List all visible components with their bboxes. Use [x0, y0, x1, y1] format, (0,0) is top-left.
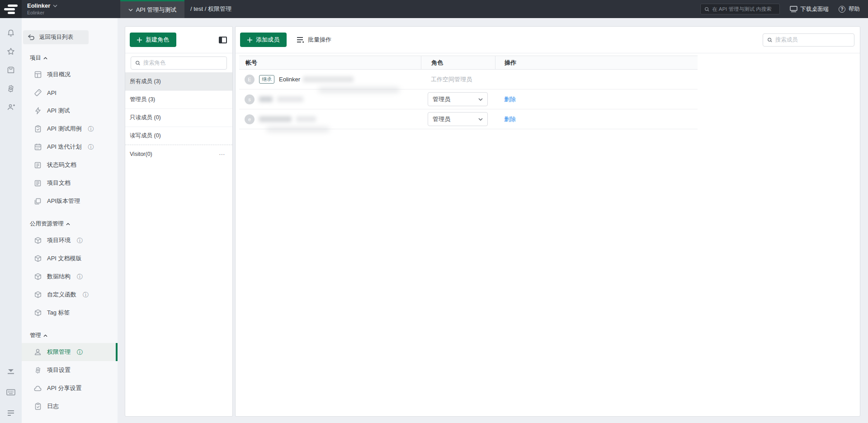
- sidebar-item-label: 数据结构: [47, 273, 71, 281]
- sidebar-item-api-test-case[interactable]: API 测试用例 ⓘ: [22, 120, 118, 138]
- document-icon: [34, 161, 42, 169]
- member-search-input[interactable]: [775, 37, 850, 43]
- sidebar-item-label: Tag 标签: [47, 309, 70, 317]
- sidebar-item-label: API 文档模版: [47, 254, 82, 263]
- redacted-text: [259, 116, 292, 122]
- sidebar-item-label: 项目文档: [47, 179, 71, 187]
- section-shared-resources[interactable]: 公用资源管理: [30, 220, 118, 228]
- section-management[interactable]: 管理: [30, 332, 118, 339]
- global-search[interactable]: [700, 4, 780, 14]
- topbar: Eolinker Eolinker API 管理与测试 / test / 权限管…: [0, 0, 868, 18]
- role-item-label: Visitor(0): [130, 151, 152, 157]
- chevron-down-icon: [478, 98, 483, 101]
- sidebar-item-label: 权限管理: [47, 348, 71, 356]
- new-role-button[interactable]: 新建角色: [130, 33, 176, 47]
- info-icon: ⓘ: [88, 144, 94, 150]
- plus-icon: [137, 38, 142, 42]
- workspace-switcher[interactable]: Eolinker Eolinker: [22, 0, 120, 18]
- delete-member-link[interactable]: 删除: [504, 96, 516, 103]
- sidebar-item-project-overview[interactable]: 项目概况: [22, 66, 118, 84]
- add-member-button[interactable]: 添加成员: [240, 33, 287, 47]
- menu-lines-icon[interactable]: [5, 408, 16, 418]
- chevron-up-icon: [43, 57, 47, 60]
- role-item-label: 所有成员 (3): [130, 78, 161, 85]
- info-icon: ⓘ: [77, 349, 83, 355]
- settings-gear-icon[interactable]: [5, 83, 16, 94]
- role-item-readonly[interactable]: 只读成员 (0): [125, 109, 232, 127]
- sidebar-item-api[interactable]: API: [22, 84, 118, 102]
- member-search-box[interactable]: [763, 33, 854, 47]
- sidebar-item-label: API 分享设置: [47, 384, 82, 392]
- gear-icon: [34, 367, 42, 374]
- eolinker-logo[interactable]: [0, 0, 22, 18]
- member-name: Eolinker: [279, 76, 300, 83]
- sidebar-item-permission-management[interactable]: 权限管理 ⓘ: [22, 343, 118, 361]
- back-to-project-list[interactable]: 返回项目列表: [23, 30, 89, 44]
- sidebar-item-api-share-settings[interactable]: API 分享设置: [22, 379, 118, 397]
- search-icon: [135, 60, 141, 66]
- collapse-panel-icon[interactable]: [219, 37, 227, 43]
- versions-copy-icon: [34, 197, 42, 205]
- search-icon: [704, 6, 710, 12]
- role-item-admin[interactable]: 管理员 (3): [125, 91, 232, 109]
- role-search-box[interactable]: [131, 56, 227, 70]
- column-account: 帐号: [239, 59, 421, 67]
- sidebar-item-label: 状态码文档: [47, 161, 76, 169]
- batch-operations-button[interactable]: 批量操作: [297, 36, 331, 44]
- chevron-up-icon: [66, 223, 70, 226]
- breadcrumb: / test / 权限管理: [184, 0, 231, 18]
- sidebar-item-label: 自定义函数: [47, 291, 76, 299]
- column-role: 角色: [421, 56, 495, 69]
- section-project[interactable]: 项目: [30, 54, 118, 62]
- sidebar-item-logs[interactable]: 日志: [22, 397, 118, 415]
- more-options-icon[interactable]: ⋯: [219, 150, 226, 158]
- clipboard-check-icon: [34, 125, 42, 133]
- download-desktop-button[interactable]: 下载桌面端: [790, 5, 829, 13]
- sidebar-item-api-version[interactable]: API版本管理: [22, 192, 118, 210]
- add-member-label: 添加成员: [256, 36, 279, 44]
- delete-member-link[interactable]: 删除: [504, 116, 516, 122]
- sidebar-item-label: API版本管理: [47, 197, 80, 205]
- keyboard-shortcuts-icon[interactable]: [5, 387, 16, 398]
- sidebar-item-label: API 迭代计划: [47, 143, 82, 151]
- cloud-icon: [34, 385, 42, 392]
- role-item-readwrite[interactable]: 读写成员 (0): [125, 127, 232, 145]
- sidebar-item-tag[interactable]: Tag 标签: [22, 304, 118, 322]
- notifications-icon[interactable]: [5, 28, 16, 38]
- table-row: E 继承 Eolinker 工作空间管理员: [239, 70, 698, 89]
- back-label: 返回项目列表: [39, 33, 73, 41]
- invite-user-icon[interactable]: [5, 102, 16, 113]
- sidebar-item-project-settings[interactable]: 项目设置: [22, 361, 118, 379]
- sidebar-item-api-iteration-plan[interactable]: API 迭代计划 ⓘ: [22, 138, 118, 156]
- project-sidebar: 返回项目列表 项目 项目概况 API API 测试 API 测试用例 ⓘ: [22, 18, 118, 423]
- sidebar-item-api-doc-template[interactable]: API 文档模版: [22, 249, 118, 268]
- question-icon: ?: [839, 6, 845, 13]
- info-icon: ⓘ: [77, 238, 83, 244]
- global-search-input[interactable]: [712, 6, 775, 12]
- role-item-label: 只读成员 (0): [130, 114, 161, 122]
- sidebar-item-project-doc[interactable]: 项目文档: [22, 174, 118, 192]
- sidebar-item-project-env[interactable]: 项目环境 ⓘ: [22, 231, 118, 249]
- role-select[interactable]: 管理员: [428, 112, 488, 126]
- import-tray-icon[interactable]: [5, 366, 16, 377]
- sidebar-item-data-structure[interactable]: 数据结构 ⓘ: [22, 268, 118, 286]
- tab-api-management[interactable]: API 管理与测试: [120, 0, 184, 18]
- sidebar-item-api-test[interactable]: API 测试: [22, 102, 118, 120]
- role-item-all-members[interactable]: 所有成员 (3): [125, 73, 232, 91]
- sidebar-item-status-code-doc[interactable]: 状态码文档: [22, 156, 118, 174]
- role-item-visitor[interactable]: Visitor(0) ⋯: [125, 145, 232, 163]
- role-select[interactable]: 管理员: [428, 92, 488, 106]
- sidebar-item-label: 项目设置: [47, 366, 71, 374]
- redacted-text: [296, 116, 316, 122]
- role-search-input[interactable]: [143, 60, 222, 66]
- sidebar-item-label: 日志: [47, 402, 59, 410]
- role-select-value: 管理员: [433, 95, 450, 103]
- help-button[interactable]: ? 帮助: [839, 5, 860, 13]
- return-arrow-icon: [28, 34, 35, 40]
- sidebar-item-custom-function[interactable]: 自定义函数 ⓘ: [22, 286, 118, 304]
- table-header: 帐号 角色 操作: [239, 56, 698, 70]
- star-icon[interactable]: [5, 46, 16, 57]
- store-icon[interactable]: [5, 65, 16, 75]
- column-action: 操作: [495, 56, 698, 69]
- cube-icon: [34, 273, 42, 281]
